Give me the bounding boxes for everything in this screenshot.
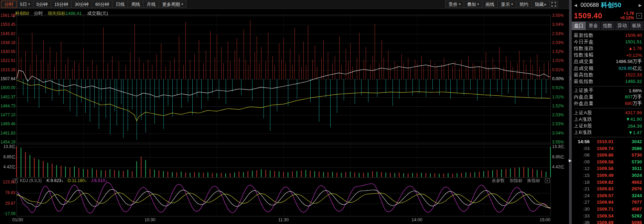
tick-volume: 2976 (621, 186, 642, 191)
stat-value: +0.12% (626, 53, 642, 58)
stat-value: 1465.32 (625, 79, 642, 84)
collapse-panel-button[interactable]: − (636, 13, 642, 19)
tick-time: :33 (574, 213, 590, 218)
stat-row: 上A涨跌▼41.90 (574, 116, 642, 122)
stat-value: ▲1.76 (628, 46, 642, 51)
stat-value: 1509.40 (625, 33, 642, 38)
tick-time: :03 (574, 146, 590, 151)
tick-price: 1509.71 (590, 206, 621, 212)
stat-label: 内盘总量 (574, 94, 594, 100)
period-tab-label: 15分钟 (54, 1, 68, 8)
period-tab-30min[interactable]: 30分钟 (71, 1, 92, 8)
caret-down-icon: ▾ (511, 1, 513, 8)
period-tab-daily[interactable]: 日线 (112, 1, 128, 8)
intraday-chart-canvas[interactable] (0, 9, 569, 224)
period-tab-more-periods[interactable]: 更多周期▾ (159, 1, 186, 8)
stat-number: 929.95 (619, 66, 633, 71)
help-icon[interactable]: ? (13, 179, 18, 183)
tick-row: :331509.545292 (574, 212, 642, 219)
period-tab-60min[interactable]: 60分钟 (92, 1, 112, 8)
prev-stock-arrow-icon[interactable]: ◀ (573, 3, 578, 8)
stat-value: 1522.33 (625, 72, 642, 77)
stat-label: 指数涨跌 (574, 45, 594, 52)
stat-number: 1509.40 (625, 33, 642, 38)
period-tab-5day[interactable]: 5日▾ (17, 1, 33, 8)
button-label: 竞价 (449, 1, 458, 8)
tick-volume: 3586 (621, 146, 642, 151)
period-tab-5min[interactable]: 5分钟 (33, 1, 51, 8)
tick-time: 14:56 (574, 139, 590, 144)
tick-price: 1509.83 (590, 186, 621, 191)
tick-row: :091509.585730 (574, 159, 642, 166)
stat-row: 内盘总量807万手 (574, 94, 642, 100)
tick-row: :241509.573244 (574, 192, 642, 199)
quote-panel-body: 最新指数1509.40今日开盘1501.51指数涨跌▲1.76指数涨幅+0.12… (572, 30, 644, 224)
kdj-action-0[interactable]: 改参数 (492, 178, 505, 184)
tick-time: :09 (574, 159, 590, 164)
stock-name: 科创50 (601, 1, 621, 10)
button-label: 隐藏» (535, 1, 546, 8)
tick-price: 1509.57 (590, 193, 621, 198)
panel-splitter[interactable]: ≡ ≡ ▶ (569, 0, 572, 224)
tick-price: 1509.94 (590, 200, 621, 205)
simple-button[interactable]: 简约 (516, 1, 532, 8)
stat-unit: 万手 (633, 59, 642, 64)
caret-down-icon: ▾ (28, 1, 30, 8)
kdj-j-value: J:6.510↓ (91, 178, 107, 183)
stat-value: 1.68% (629, 88, 642, 93)
stat-number: ▼1.47 (628, 130, 642, 135)
kdj-action-2[interactable]: 换指标 (527, 178, 540, 184)
button-label: 叠加 (467, 1, 476, 8)
tick-volume: 5098 (621, 220, 642, 224)
tab-盘口[interactable]: 盘口 (572, 22, 586, 30)
tab-资金[interactable]: 资金 (586, 22, 601, 30)
stat-label: 总成交额 (574, 65, 594, 72)
hide-button[interactable]: 隐藏» (532, 1, 550, 8)
auction-button[interactable]: 竞价▾ (445, 1, 464, 8)
period-tab-label: 周线 (131, 1, 140, 8)
tab-指数[interactable]: 指数 (601, 22, 615, 30)
button-label: 画线 (485, 1, 494, 8)
tick-price: 1509.49 (590, 173, 621, 178)
period-tab-weekly[interactable]: 周线 (128, 1, 143, 8)
stat-unit: 万手 (633, 101, 642, 106)
tick-time: :15 (574, 173, 590, 178)
kdj-actions: 改参数加指标换指标× (492, 178, 550, 184)
close-indicator-icon[interactable]: × (545, 179, 550, 183)
splitter-grip-icon: ≡ ≡ (569, 76, 572, 81)
stat-value: 1486.56万手 (616, 58, 642, 65)
tick-time: :06 (574, 152, 590, 158)
draw-line-button[interactable]: 画线 (482, 1, 498, 8)
tick-time: :24 (574, 193, 590, 198)
stat-label: 指数涨幅 (574, 52, 594, 58)
stat-value: 4317.96 (625, 110, 642, 115)
overlay-button[interactable]: 叠加▾ (464, 1, 483, 8)
tick-volume: 5292 (621, 213, 642, 218)
period-tab-minute[interactable]: 分时 (1, 1, 17, 8)
panel-collapse-arrow-icon[interactable]: ▶ (569, 158, 571, 163)
stat-row: 总成交量1486.56万手 (574, 58, 642, 65)
tick-price: 1509.58 (590, 159, 621, 164)
stat-number: 264.39 (628, 124, 642, 129)
period-tab-monthly[interactable]: 月线 (143, 1, 159, 8)
stat-row: 上证B股264.39 (574, 122, 642, 129)
tick-volume: 4587 (621, 206, 642, 212)
change-value: +1.76 (624, 11, 634, 16)
period-tab-15min[interactable]: 15分钟 (51, 1, 72, 8)
stat-row: 今日开盘1501.51 (574, 39, 642, 45)
tab-异动[interactable]: 异动 (615, 22, 630, 30)
display-button[interactable]: 显示▾ (497, 1, 516, 8)
stat-unit: 亿元 (633, 66, 642, 71)
stat-row: 外盘总量680万手 (574, 100, 642, 107)
tick-volume: 5730 (621, 152, 642, 158)
tab-板块[interactable]: 板块 (630, 22, 644, 30)
kdj-action-1[interactable]: 加指标 (509, 178, 523, 184)
stat-number: 4317.96 (625, 110, 642, 115)
stat-number: 1465.32 (625, 79, 642, 84)
fullscreen-button[interactable] (549, 1, 558, 8)
tick-price: 1509.74 (590, 146, 621, 151)
stat-unit: 万手 (633, 94, 642, 99)
chart-toolbar: 分时5日▾5分钟15分钟30分钟60分钟日线周线月线更多周期▾ 竞价▾叠加▾画线… (0, 0, 569, 9)
stat-row: 总成交额929.95亿元 (574, 65, 642, 72)
next-stock-arrow-icon[interactable]: ▶ (638, 3, 642, 8)
